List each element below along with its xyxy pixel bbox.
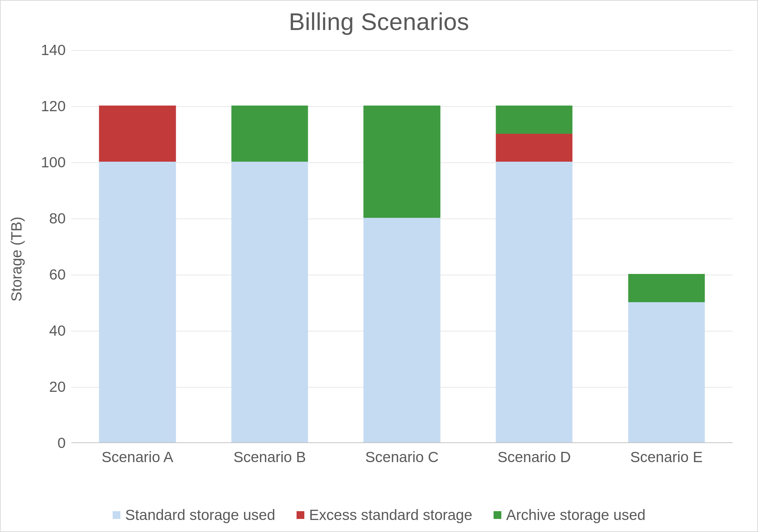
bar-stack: [628, 274, 705, 442]
bar-slot: Scenario D: [468, 50, 601, 442]
bar-segment: [496, 162, 572, 442]
chart-title: Billing Scenarios: [1, 1, 757, 35]
y-tick-label: 120: [41, 98, 71, 115]
bar-segment: [231, 106, 308, 162]
bar-segment: [628, 274, 705, 302]
bar-segment: [99, 106, 176, 162]
y-tick-label: 20: [49, 378, 71, 395]
x-tick-label: Scenario A: [71, 442, 204, 466]
bar-segment: [496, 106, 572, 134]
y-tick-label: 40: [49, 322, 71, 339]
y-tick-label: 60: [49, 266, 71, 283]
bar-stack: [231, 106, 308, 442]
bar-slot: Scenario B: [204, 50, 336, 442]
bar-segment: [231, 162, 308, 442]
y-axis-label-wrap: Storage (TB): [6, 50, 27, 468]
x-tick-label: Scenario C: [336, 442, 468, 466]
x-tick-label: Scenario D: [468, 442, 601, 466]
y-tick-label: 100: [41, 154, 71, 171]
bar-segment: [628, 302, 705, 443]
bar-stack: [99, 106, 176, 442]
legend-label: Standard storage used: [125, 507, 275, 524]
legend-item: Standard storage used: [113, 507, 275, 524]
bars-row: Scenario AScenario BScenario CScenario D…: [71, 50, 733, 442]
y-tick-label: 140: [41, 42, 71, 59]
plot-outer: Storage (TB) 020406080100120140Scenario …: [40, 50, 743, 468]
x-tick-label: Scenario B: [204, 442, 336, 466]
legend-swatch: [297, 511, 304, 519]
bar-slot: Scenario C: [336, 50, 468, 442]
legend-swatch: [494, 511, 501, 519]
bar-segment: [99, 162, 176, 442]
bar-slot: Scenario A: [71, 50, 204, 442]
legend-label: Excess standard storage: [309, 507, 472, 524]
bar-segment: [496, 134, 572, 162]
y-tick-label: 0: [58, 435, 71, 452]
legend: Standard storage usedExcess standard sto…: [1, 507, 757, 524]
bar-stack: [496, 106, 572, 442]
y-tick-label: 80: [49, 210, 71, 227]
bar-stack: [364, 106, 440, 442]
bar-segment: [364, 218, 440, 442]
x-tick-label: Scenario E: [600, 442, 733, 466]
legend-label: Archive storage used: [506, 507, 646, 524]
chart-frame: Billing Scenarios Storage (TB) 020406080…: [0, 0, 758, 532]
bar-segment: [364, 106, 440, 218]
bar-slot: Scenario E: [600, 50, 733, 442]
y-axis-label: Storage (TB): [8, 216, 25, 301]
legend-swatch: [113, 511, 120, 519]
legend-item: Excess standard storage: [297, 507, 472, 524]
plot-area: 020406080100120140Scenario AScenario BSc…: [71, 50, 733, 443]
legend-item: Archive storage used: [494, 507, 646, 524]
